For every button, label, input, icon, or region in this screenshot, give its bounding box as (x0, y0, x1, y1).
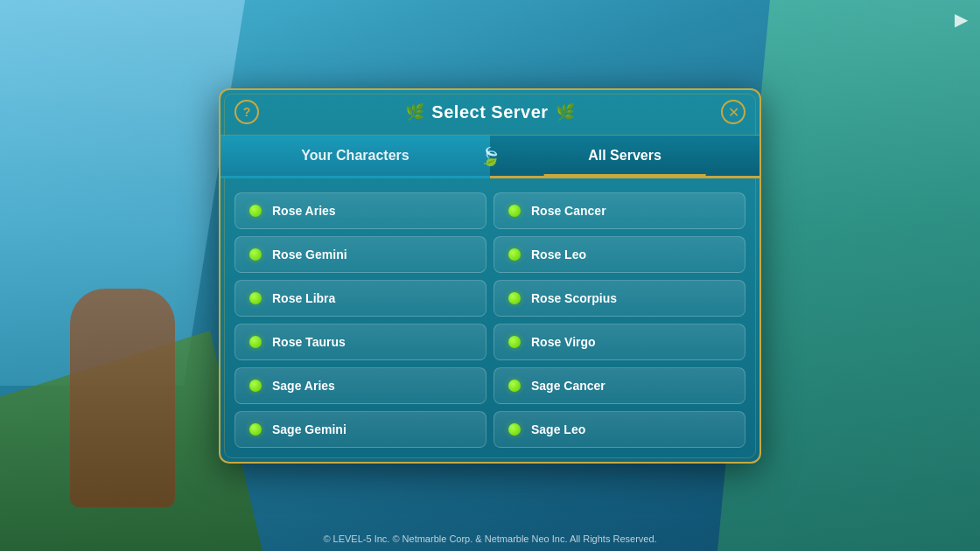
status-dot (249, 248, 262, 261)
server-name: Rose Leo (531, 248, 586, 262)
status-dot (249, 292, 262, 304)
status-dot (249, 380, 262, 392)
server-item[interactable]: Sage Gemini (234, 411, 486, 448)
server-name: Sage Aries (272, 379, 335, 393)
status-dot (508, 292, 521, 304)
tabs-container: Your Characters 🍃 All Servers (220, 136, 760, 178)
modal-overlay: ? 🌿 Select Server 🌿 ✕ Your Characters 🍃 … (0, 0, 980, 551)
status-dot (508, 380, 521, 392)
server-name: Rose Gemini (272, 248, 347, 262)
header-deco-left: 🌿 (405, 102, 424, 122)
status-dot (249, 423, 262, 436)
select-server-modal: ? 🌿 Select Server 🌿 ✕ Your Characters 🍃 … (219, 88, 761, 464)
server-list: Rose AriesRose CancerRose GeminiRose Leo… (220, 178, 760, 462)
tab-all-servers[interactable]: All Servers (490, 136, 760, 178)
server-item[interactable]: Rose Aries (234, 192, 486, 229)
status-dot (508, 205, 521, 217)
server-item[interactable]: Sage Cancer (494, 367, 746, 404)
modal-title: Select Server (431, 102, 548, 122)
server-name: Rose Taurus (272, 335, 346, 349)
header-deco-right: 🌿 (556, 102, 575, 122)
server-name: Rose Libra (272, 291, 335, 305)
status-dot (508, 248, 521, 261)
server-name: Rose Aries (272, 204, 336, 218)
help-button[interactable]: ? (234, 100, 259, 124)
server-name: Sage Leo (531, 422, 585, 436)
server-item[interactable]: Sage Leo (494, 411, 746, 448)
status-dot (508, 336, 521, 348)
server-name: Rose Scorpius (531, 291, 617, 305)
server-item[interactable]: Rose Leo (494, 236, 746, 273)
server-item[interactable]: Sage Aries (234, 367, 486, 404)
status-dot (508, 423, 521, 436)
server-item[interactable]: Rose Libra (234, 280, 486, 317)
server-item[interactable]: Rose Virgo (494, 324, 746, 360)
server-item[interactable]: Rose Gemini (234, 236, 486, 273)
server-name: Sage Gemini (272, 422, 346, 436)
server-item[interactable]: Rose Taurus (234, 324, 486, 360)
server-item[interactable]: Rose Scorpius (494, 280, 746, 317)
status-dot (249, 205, 262, 217)
tab-your-characters[interactable]: Your Characters (220, 136, 490, 178)
tab-divider: 🍃 (481, 136, 499, 178)
server-name: Rose Cancer (531, 204, 606, 218)
modal-header: ? 🌿 Select Server 🌿 ✕ (220, 90, 760, 136)
server-name: Sage Cancer (531, 379, 606, 393)
server-name: Rose Virgo (531, 335, 596, 349)
status-dot (249, 336, 262, 348)
server-item[interactable]: Rose Cancer (494, 192, 746, 229)
close-button[interactable]: ✕ (721, 100, 746, 124)
